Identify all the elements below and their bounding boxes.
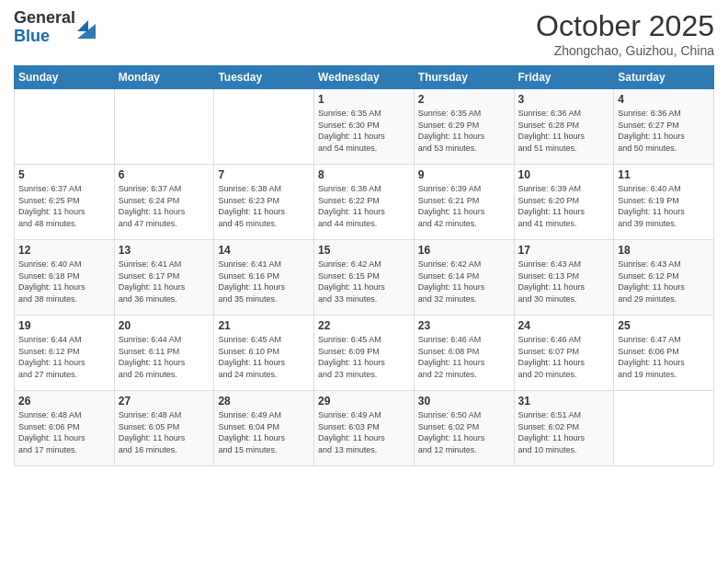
table-row: 1Sunrise: 6:35 AM Sunset: 6:30 PM Daylig… <box>314 89 415 165</box>
table-row: 25Sunrise: 6:47 AM Sunset: 6:06 PM Dayli… <box>614 316 714 391</box>
table-row: 15Sunrise: 6:42 AM Sunset: 6:15 PM Dayli… <box>314 240 415 316</box>
day-info: Sunrise: 6:35 AM Sunset: 6:30 PM Dayligh… <box>318 108 410 154</box>
page-container: General Blue October 2025 Zhongchao, Gui… <box>0 0 728 563</box>
day-number: 20 <box>119 319 210 332</box>
table-row: 31Sunrise: 6:51 AM Sunset: 6:02 PM Dayli… <box>514 391 614 466</box>
day-number: 18 <box>618 244 710 257</box>
day-info: Sunrise: 6:37 AM Sunset: 6:25 PM Dayligh… <box>18 183 110 229</box>
calendar-table: Sunday Monday Tuesday Wednesday Thursday… <box>14 65 714 466</box>
page-header: General Blue October 2025 Zhongchao, Gui… <box>14 9 714 58</box>
day-number: 24 <box>518 319 610 332</box>
day-info: Sunrise: 6:35 AM Sunset: 6:29 PM Dayligh… <box>418 108 510 154</box>
day-number: 3 <box>518 93 610 106</box>
day-info: Sunrise: 6:43 AM Sunset: 6:13 PM Dayligh… <box>518 259 610 304</box>
col-wednesday: Wednesday <box>314 66 415 89</box>
day-number: 29 <box>318 395 410 408</box>
svg-marker-1 <box>77 20 88 31</box>
day-info: Sunrise: 6:44 AM Sunset: 6:12 PM Dayligh… <box>18 334 110 380</box>
table-row <box>214 89 314 165</box>
table-row: 23Sunrise: 6:46 AM Sunset: 6:08 PM Dayli… <box>414 316 514 391</box>
calendar-header-row: Sunday Monday Tuesday Wednesday Thursday… <box>15 66 714 89</box>
day-info: Sunrise: 6:48 AM Sunset: 6:05 PM Dayligh… <box>119 409 210 455</box>
table-row <box>114 89 214 165</box>
logo: General Blue <box>14 9 96 46</box>
day-info: Sunrise: 6:43 AM Sunset: 6:12 PM Dayligh… <box>618 259 710 304</box>
logo-general-text: General <box>14 9 75 28</box>
table-row: 11Sunrise: 6:40 AM Sunset: 6:19 PM Dayli… <box>614 165 714 240</box>
col-sunday: Sunday <box>15 66 115 89</box>
table-row: 30Sunrise: 6:50 AM Sunset: 6:02 PM Dayli… <box>414 391 514 466</box>
table-row: 21Sunrise: 6:45 AM Sunset: 6:10 PM Dayli… <box>214 316 314 391</box>
day-number: 12 <box>18 244 110 257</box>
table-row: 26Sunrise: 6:48 AM Sunset: 6:06 PM Dayli… <box>15 391 115 466</box>
table-row: 12Sunrise: 6:40 AM Sunset: 6:18 PM Dayli… <box>15 240 115 316</box>
logo-blue-text: Blue <box>14 28 75 46</box>
day-number: 17 <box>518 244 610 257</box>
table-row: 14Sunrise: 6:41 AM Sunset: 6:16 PM Dayli… <box>214 240 314 316</box>
day-number: 30 <box>418 395 510 408</box>
day-info: Sunrise: 6:48 AM Sunset: 6:06 PM Dayligh… <box>18 409 110 455</box>
table-row: 28Sunrise: 6:49 AM Sunset: 6:04 PM Dayli… <box>214 391 314 466</box>
day-number: 5 <box>18 168 110 181</box>
location-text: Zhongchao, Guizhou, China <box>536 43 714 58</box>
day-number: 22 <box>318 319 410 332</box>
day-info: Sunrise: 6:39 AM Sunset: 6:20 PM Dayligh… <box>518 183 610 229</box>
day-info: Sunrise: 6:40 AM Sunset: 6:18 PM Dayligh… <box>18 259 110 304</box>
day-info: Sunrise: 6:39 AM Sunset: 6:21 PM Dayligh… <box>418 183 510 229</box>
month-title: October 2025 <box>536 9 714 43</box>
col-monday: Monday <box>114 66 214 89</box>
table-row: 27Sunrise: 6:48 AM Sunset: 6:05 PM Dayli… <box>114 391 214 466</box>
table-row <box>15 89 115 165</box>
day-number: 26 <box>18 395 110 408</box>
table-row: 29Sunrise: 6:49 AM Sunset: 6:03 PM Dayli… <box>314 391 415 466</box>
day-info: Sunrise: 6:42 AM Sunset: 6:15 PM Dayligh… <box>318 259 410 304</box>
calendar-week-5: 26Sunrise: 6:48 AM Sunset: 6:06 PM Dayli… <box>15 391 714 466</box>
day-info: Sunrise: 6:50 AM Sunset: 6:02 PM Dayligh… <box>418 409 510 455</box>
day-number: 11 <box>618 168 710 181</box>
day-number: 8 <box>318 168 410 181</box>
table-row <box>614 391 714 466</box>
table-row: 10Sunrise: 6:39 AM Sunset: 6:20 PM Dayli… <box>514 165 614 240</box>
day-info: Sunrise: 6:47 AM Sunset: 6:06 PM Dayligh… <box>618 334 710 380</box>
day-info: Sunrise: 6:38 AM Sunset: 6:23 PM Dayligh… <box>218 183 310 229</box>
day-number: 10 <box>518 168 610 181</box>
day-info: Sunrise: 6:49 AM Sunset: 6:03 PM Dayligh… <box>318 409 410 455</box>
day-number: 13 <box>119 244 210 257</box>
day-number: 9 <box>418 168 510 181</box>
day-info: Sunrise: 6:46 AM Sunset: 6:07 PM Dayligh… <box>518 334 610 380</box>
calendar-week-2: 5Sunrise: 6:37 AM Sunset: 6:25 PM Daylig… <box>15 165 714 240</box>
title-block: October 2025 Zhongchao, Guizhou, China <box>536 9 714 58</box>
day-number: 19 <box>18 319 110 332</box>
day-info: Sunrise: 6:37 AM Sunset: 6:24 PM Dayligh… <box>119 183 210 229</box>
table-row: 9Sunrise: 6:39 AM Sunset: 6:21 PM Daylig… <box>414 165 514 240</box>
day-info: Sunrise: 6:40 AM Sunset: 6:19 PM Dayligh… <box>618 183 710 229</box>
table-row: 5Sunrise: 6:37 AM Sunset: 6:25 PM Daylig… <box>15 165 115 240</box>
day-info: Sunrise: 6:46 AM Sunset: 6:08 PM Dayligh… <box>418 334 510 380</box>
col-tuesday: Tuesday <box>214 66 314 89</box>
day-info: Sunrise: 6:49 AM Sunset: 6:04 PM Dayligh… <box>218 409 310 455</box>
day-number: 15 <box>318 244 410 257</box>
calendar-week-1: 1Sunrise: 6:35 AM Sunset: 6:30 PM Daylig… <box>15 89 714 165</box>
day-number: 7 <box>218 168 310 181</box>
table-row: 19Sunrise: 6:44 AM Sunset: 6:12 PM Dayli… <box>15 316 115 391</box>
table-row: 20Sunrise: 6:44 AM Sunset: 6:11 PM Dayli… <box>114 316 214 391</box>
day-info: Sunrise: 6:42 AM Sunset: 6:14 PM Dayligh… <box>418 259 510 304</box>
calendar-week-4: 19Sunrise: 6:44 AM Sunset: 6:12 PM Dayli… <box>15 316 714 391</box>
day-number: 31 <box>518 395 610 408</box>
day-info: Sunrise: 6:38 AM Sunset: 6:22 PM Dayligh… <box>318 183 410 229</box>
day-number: 27 <box>119 395 210 408</box>
table-row: 22Sunrise: 6:45 AM Sunset: 6:09 PM Dayli… <box>314 316 415 391</box>
table-row: 8Sunrise: 6:38 AM Sunset: 6:22 PM Daylig… <box>314 165 415 240</box>
day-number: 4 <box>618 93 710 106</box>
day-number: 14 <box>218 244 310 257</box>
table-row: 3Sunrise: 6:36 AM Sunset: 6:28 PM Daylig… <box>514 89 614 165</box>
table-row: 7Sunrise: 6:38 AM Sunset: 6:23 PM Daylig… <box>214 165 314 240</box>
day-info: Sunrise: 6:51 AM Sunset: 6:02 PM Dayligh… <box>518 409 610 455</box>
table-row: 24Sunrise: 6:46 AM Sunset: 6:07 PM Dayli… <box>514 316 614 391</box>
table-row: 4Sunrise: 6:36 AM Sunset: 6:27 PM Daylig… <box>614 89 714 165</box>
day-number: 1 <box>318 93 410 106</box>
logo-icon <box>77 17 96 39</box>
day-number: 28 <box>218 395 310 408</box>
col-thursday: Thursday <box>414 66 514 89</box>
col-friday: Friday <box>514 66 614 89</box>
